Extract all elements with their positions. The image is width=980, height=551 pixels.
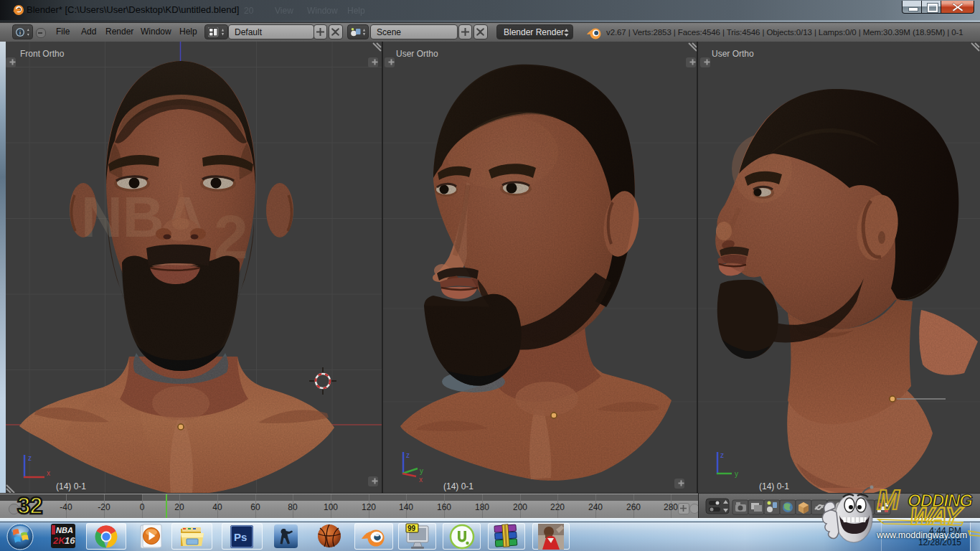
svg-text:M: M	[877, 485, 900, 515]
svg-text:z: z	[720, 451, 724, 459]
svg-text:x: x	[419, 476, 423, 484]
svg-text:z: z	[406, 451, 410, 459]
svg-text:NBA: NBA	[56, 526, 73, 534]
svg-text:y: y	[420, 467, 423, 475]
svg-text:99: 99	[407, 524, 416, 532]
svg-text:(14) 0-1: (14) 0-1	[56, 481, 86, 491]
svg-text:Ps: Ps	[234, 531, 247, 543]
svg-text:z: z	[28, 454, 32, 462]
svg-text:x: x	[47, 469, 50, 477]
svg-text:y: y	[735, 470, 738, 478]
svg-text:User Ortho: User Ortho	[396, 49, 438, 59]
svg-text:User Ortho: User Ortho	[712, 49, 754, 59]
svg-text:(14) 0-1: (14) 0-1	[759, 481, 789, 491]
svg-text:(14) 0-1: (14) 0-1	[443, 481, 473, 491]
svg-text:16: 16	[65, 535, 75, 546]
svg-text:Front Ortho: Front Ortho	[20, 49, 65, 59]
